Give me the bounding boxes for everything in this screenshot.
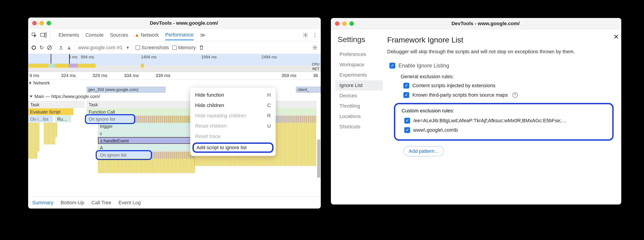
tab-bottom-up[interactable]: Bottom-Up [60, 200, 84, 206]
collect-garbage-icon[interactable] [199, 45, 204, 50]
overview-tick: 1494 ms [140, 55, 200, 60]
rule-third-party-checkbox[interactable]: ✓ Known third-party scripts from source … [387, 90, 614, 100]
rule-content-scripts-checkbox[interactable]: ✓ Content scripts injected by extensions [387, 81, 614, 90]
sidebar-item-throttling[interactable]: Throttling [338, 101, 387, 111]
download-icon[interactable] [67, 45, 72, 50]
page-description: Debugger will skip through the scripts a… [387, 48, 614, 55]
network-track-header[interactable]: Network [28, 80, 321, 86]
tab-sources[interactable]: Sources [110, 32, 128, 38]
network-request-bar[interactable]: gen_204 (www.google.com) [87, 87, 166, 93]
capture-settings-gear-icon[interactable] [312, 45, 318, 50]
flame-context-menu: Hide function H Hide children C Hide rep… [190, 88, 276, 156]
tab-event-log[interactable]: Event Log [118, 200, 141, 206]
checkbox-checked-icon: ✓ [390, 63, 395, 69]
close-window-button[interactable] [335, 21, 340, 26]
flame-entry[interactable]: A [98, 144, 195, 151]
overview-tick: 994 ms [80, 55, 140, 60]
window-title: DevTools - www.google.com/ [51, 20, 317, 26]
overview-flame [28, 64, 321, 68]
devtools-performance-window: DevTools - www.google.com/ Elements Cons… [28, 17, 321, 209]
sidebar-item-shortcuts[interactable]: Shortcuts [338, 121, 387, 132]
tab-console[interactable]: Console [86, 32, 104, 38]
devtools-settings-window: DevTools - www.google.com/ Settings Pref… [331, 18, 621, 205]
minimize-window-button[interactable] [342, 21, 347, 26]
page-title: Framework Ignore List [387, 35, 614, 44]
zoom-window-button[interactable] [349, 21, 354, 26]
tab-summary[interactable]: Summary [32, 200, 53, 206]
ctx-add-to-ignore-list[interactable]: Add script to ignore list [192, 142, 274, 153]
svg-line-6 [48, 46, 51, 49]
settings-sidebar: Settings Preferences Workspace Experimen… [331, 29, 387, 205]
recording-selector[interactable]: www.google.com #1 ▾ [78, 45, 129, 51]
vertical-scrollbar[interactable] [317, 139, 320, 178]
network-track-label: Network [33, 80, 50, 86]
window-controls [335, 21, 354, 26]
general-rules-label: General exclusion rules: [387, 71, 614, 81]
gear-icon[interactable] [303, 32, 308, 38]
ctx-reset-trace: Reset trace [190, 131, 276, 141]
network-request-bar[interactable]: client_ [296, 87, 321, 93]
warning-icon: ▲ [134, 32, 139, 38]
zoom-window-button[interactable] [46, 21, 51, 25]
close-icon[interactable]: ✕ [614, 33, 619, 41]
flame-on-ignore-list[interactable]: On ignore list [87, 116, 134, 122]
sidebar-item-ignore-list[interactable]: Ignore List [336, 80, 383, 91]
flame-task[interactable]: Task [28, 101, 84, 108]
custom-rules-label: Custom exclusion rules: [401, 108, 607, 114]
details-tabs: Summary Bottom-Up Call Tree Event Log [28, 196, 321, 209]
screenshots-checkbox[interactable]: Screenshots [136, 45, 169, 51]
sidebar-item-experiments[interactable]: Experiments [338, 70, 387, 80]
kebab-menu-icon[interactable]: ⋮ [312, 32, 318, 38]
sidebar-item-workspace[interactable]: Workspace [338, 60, 387, 70]
svg-point-3 [305, 34, 306, 36]
close-window-button[interactable] [32, 21, 37, 25]
add-pattern-button[interactable]: Add pattern... [403, 146, 444, 156]
more-tabs-icon[interactable]: ≫ [200, 32, 206, 38]
help-icon[interactable]: ? [512, 92, 518, 98]
svg-point-7 [314, 47, 316, 48]
memory-checkbox[interactable]: Memory [172, 45, 196, 51]
custom-rule-1-checkbox[interactable]: ✓ /ee=ALeJib:B8gLwd;AfeaP:TkrAjf;Afksuc:… [401, 116, 607, 125]
reload-record-icon[interactable]: ↻ [40, 44, 44, 51]
window-title: DevTools - www.google.com/ [354, 21, 617, 26]
record-icon[interactable] [31, 45, 36, 50]
checkbox-checked-icon: ✓ [403, 83, 409, 89]
flame-entry[interactable]: Ru…s [55, 116, 71, 122]
overview-net-label: NET [312, 67, 320, 71]
tab-elements[interactable]: Elements [58, 32, 79, 38]
device-toolbar-icon[interactable] [40, 33, 46, 37]
enable-ignore-listing-checkbox[interactable]: ✓ Enable Ignore Listing [387, 61, 614, 71]
ctx-reset-children: Reset children U [190, 121, 276, 131]
titlebar: DevTools - www.google.com/ [331, 18, 621, 29]
ctx-hide-function[interactable]: Hide function H [190, 90, 276, 100]
sidebar-item-devices[interactable]: Devices [338, 91, 387, 101]
minimize-window-button[interactable] [40, 21, 44, 25]
ctx-hide-repeating: Hide repeating children R [190, 111, 276, 121]
tab-call-tree[interactable]: Call Tree [92, 200, 111, 206]
ctx-hide-children[interactable]: Hide children C [190, 100, 276, 111]
expand-arrow-icon [30, 81, 32, 85]
flame-evaluate-script[interactable]: Evaluate Script [28, 108, 73, 115]
settings-main: ✕ Framework Ignore List Debugger will sk… [387, 29, 621, 205]
overview-tick: 1994 ms [200, 55, 261, 60]
flame-selected-entry[interactable]: z.handleEvent [98, 137, 195, 144]
tab-network[interactable]: ▲Network [134, 32, 159, 38]
main-track-header[interactable]: Main — https://www.google.com/ [28, 93, 321, 100]
timeline-overview[interactable]: 4 ms 994 ms 1494 ms 1994 ms 2494 ms CPU … [28, 54, 321, 72]
flamechart-area[interactable]: 9 ms 324 ms 329 ms 334 ms 339 ms 359 ms … [28, 72, 321, 178]
flame-entry[interactable]: c [98, 130, 195, 137]
sidebar-item-locations[interactable]: Locations [338, 111, 387, 121]
performance-toolbar: ↻ www.google.com #1 ▾ Screenshots Memory [28, 41, 321, 54]
checkbox-checked-icon: ✓ [403, 92, 409, 98]
tab-performance[interactable]: Performance [165, 32, 194, 40]
flame-entry[interactable]: trigger [98, 123, 195, 129]
sidebar-item-preferences[interactable]: Preferences [338, 49, 387, 60]
clear-icon[interactable] [47, 45, 52, 50]
flame-on-ignore-list[interactable]: On i…list [28, 116, 53, 122]
upload-icon[interactable] [58, 45, 64, 50]
overview-cpu-label: CPU [312, 62, 320, 67]
inspect-element-icon[interactable] [31, 32, 37, 38]
flame-on-ignore-list[interactable]: On ignore list [98, 151, 152, 158]
custom-rule-2-checkbox[interactable]: ✓ www\.google\.com\b [401, 125, 607, 135]
svg-point-4 [32, 46, 36, 49]
